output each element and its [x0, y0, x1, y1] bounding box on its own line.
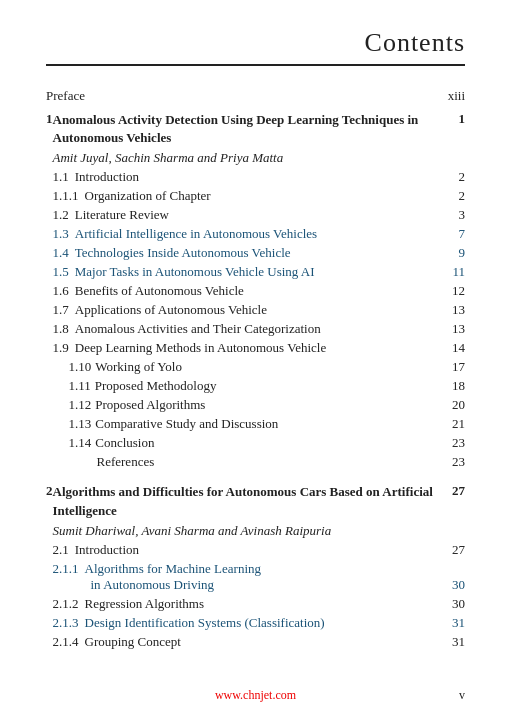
section-1-7-page: 13 — [441, 301, 465, 320]
section-1-9-title: 1.9Deep Learning Methods in Autonomous V… — [53, 339, 442, 358]
section-1-6-title: 1.6Benefits of Autonomous Vehicle — [53, 282, 442, 301]
chapter-1-authors: Amit Juyal, Sachin Sharma and Priya Matt… — [53, 149, 466, 168]
preface-page: xiii — [441, 86, 465, 110]
section-2-1-2-row: 2.1.2Regression Algorithms 30 — [46, 594, 465, 613]
section-1-9-page: 14 — [441, 339, 465, 358]
page-number: v — [459, 688, 465, 703]
section-2-1-1-title: 2.1.1Algorithms for Machine Learning in … — [53, 559, 442, 594]
section-1-4-row: 1.4Technologies Inside Autonomous Vehicl… — [46, 244, 465, 263]
section-2-1-title: 2.1Introduction — [53, 540, 442, 559]
section-1-1-1-row: 1.1.1Organization of Chapter 2 — [46, 187, 465, 206]
section-1-14-row: 1.14Conclusion 23 — [46, 434, 465, 453]
section-2-1-1-page: 30 — [441, 559, 465, 594]
footer: www.chnjet.com — [46, 688, 465, 703]
preface-label: Preface — [46, 86, 441, 110]
chapter-1-row: 1 Anomalous Activity Detection Using Dee… — [46, 110, 465, 149]
page-title: Contents — [365, 28, 465, 57]
section-1-13-title: 1.13Comparative Study and Discussion — [53, 415, 442, 434]
section-1-6-row: 1.6Benefits of Autonomous Vehicle 12 — [46, 282, 465, 301]
section-2-1-2-title: 2.1.2Regression Algorithms — [53, 594, 442, 613]
section-2-1-4-title: 2.1.4Grouping Concept — [53, 632, 442, 651]
section-1-12-title: 1.12Proposed Algorithms — [53, 396, 442, 415]
section-1-6-page: 12 — [441, 282, 465, 301]
section-2-1-2-page: 30 — [441, 594, 465, 613]
section-1-10-row: 1.10Working of Yolo 17 — [46, 358, 465, 377]
chapter-2-authors: Sumit Dhariwal, Avani Sharma and Avinash… — [53, 521, 466, 540]
section-1-2-row: 1.2Literature Review 3 — [46, 206, 465, 225]
chapter-2-title: Algorithms and Difficulties for Autonomo… — [53, 482, 442, 521]
section-1-3-row: 1.3Artificial Intelligence in Autonomous… — [46, 225, 465, 244]
section-1-2-title: 1.2Literature Review — [53, 206, 442, 225]
section-1-4-title: 1.4Technologies Inside Autonomous Vehicl… — [53, 244, 442, 263]
references-1-row: References 23 — [46, 453, 465, 472]
section-2-1-row: 2.1Introduction 27 — [46, 540, 465, 559]
section-1-1-row: 1.1Introduction 2 — [46, 168, 465, 187]
section-2-1-3-page: 31 — [441, 613, 465, 632]
page-header: Contents — [46, 0, 465, 66]
chapter-2-page: 27 — [441, 482, 465, 521]
chapter-1-page: 1 — [441, 110, 465, 149]
section-1-9-row: 1.9Deep Learning Methods in Autonomous V… — [46, 339, 465, 358]
section-1-7-title: 1.7Applications of Autonomous Vehicle — [53, 301, 442, 320]
section-1-5-page: 11 — [441, 263, 465, 282]
section-1-1-1-title: 1.1.1Organization of Chapter — [53, 187, 442, 206]
references-1-page: 23 — [441, 453, 465, 472]
footer-url: www.chnjet.com — [215, 688, 296, 702]
section-1-5-row: 1.5Major Tasks in Autonomous Vehicle Usi… — [46, 263, 465, 282]
chapter-2-row: 2 Algorithms and Difficulties for Autono… — [46, 482, 465, 521]
section-1-12-row: 1.12Proposed Algorithms 20 — [46, 396, 465, 415]
section-1-7-row: 1.7Applications of Autonomous Vehicle 13 — [46, 301, 465, 320]
section-1-14-page: 23 — [441, 434, 465, 453]
section-1-1-1-page: 2 — [441, 187, 465, 206]
section-1-10-title: 1.10Working of Yolo — [53, 358, 442, 377]
preface-row: Preface xiii — [46, 86, 465, 110]
section-1-14-title: 1.14Conclusion — [53, 434, 442, 453]
section-1-5-title: 1.5Major Tasks in Autonomous Vehicle Usi… — [53, 263, 442, 282]
section-2-1-4-row: 2.1.4Grouping Concept 31 — [46, 632, 465, 651]
section-1-13-page: 21 — [441, 415, 465, 434]
chapter-1-authors-row: Amit Juyal, Sachin Sharma and Priya Matt… — [46, 149, 465, 168]
section-1-10-page: 17 — [441, 358, 465, 377]
toc-table: Preface xiii 1 Anomalous Activity Detect… — [46, 86, 465, 651]
page: Contents Preface xiii 1 Anomalous Activi… — [0, 0, 511, 715]
section-1-2-page: 3 — [441, 206, 465, 225]
chapter-2-authors-row: Sumit Dhariwal, Avani Sharma and Avinash… — [46, 521, 465, 540]
section-1-8-page: 13 — [441, 320, 465, 339]
section-1-11-title: 1.11Proposed Methodology — [53, 377, 442, 396]
section-2-1-4-page: 31 — [441, 632, 465, 651]
section-1-1-page: 2 — [441, 168, 465, 187]
section-2-1-page: 27 — [441, 540, 465, 559]
gap-row — [46, 472, 465, 482]
section-1-1-title: 1.1Introduction — [53, 168, 442, 187]
chapter-1-title: Anomalous Activity Detection Using Deep … — [53, 110, 442, 149]
section-1-11-page: 18 — [441, 377, 465, 396]
section-1-12-page: 20 — [441, 396, 465, 415]
section-1-8-row: 1.8Anomalous Activities and Their Catego… — [46, 320, 465, 339]
section-2-1-3-title: 2.1.3Design Identification Systems (Clas… — [53, 613, 442, 632]
section-1-13-row: 1.13Comparative Study and Discussion 21 — [46, 415, 465, 434]
section-1-4-page: 9 — [441, 244, 465, 263]
section-2-1-1-row: 2.1.1Algorithms for Machine Learning in … — [46, 559, 465, 594]
section-1-11-row: 1.11Proposed Methodology 18 — [46, 377, 465, 396]
section-1-8-title: 1.8Anomalous Activities and Their Catego… — [53, 320, 442, 339]
section-2-1-3-row: 2.1.3Design Identification Systems (Clas… — [46, 613, 465, 632]
section-1-3-title: 1.3Artificial Intelligence in Autonomous… — [53, 225, 442, 244]
section-1-3-page: 7 — [441, 225, 465, 244]
references-1-title: References — [53, 453, 442, 472]
